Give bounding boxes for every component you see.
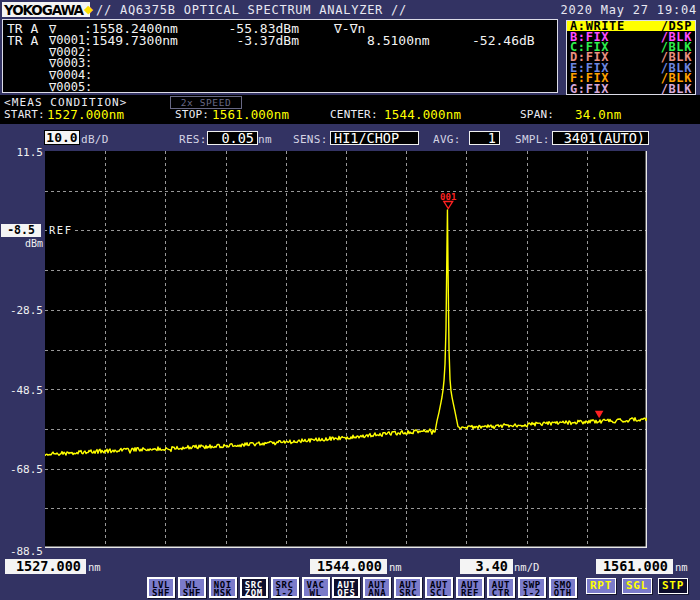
- softkey-aut-scl[interactable]: AUTSCL: [425, 577, 453, 598]
- softkey-label-line2: SCL: [430, 588, 448, 598]
- softkey-label-line2: SHF: [183, 588, 201, 598]
- level-scale-box[interactable]: 10.0: [44, 130, 80, 145]
- x-stop-unit: nm: [675, 561, 688, 573]
- x-center-box[interactable]: 1544.000: [310, 559, 387, 574]
- trace-status-panel: A:WRITE/DSP B:FIX/BLK C:FIX/BLK D:FIX/BL…: [566, 20, 696, 95]
- stop-value[interactable]: 1561.000nm: [212, 107, 289, 122]
- softkey-label-line2: OTH: [554, 588, 572, 598]
- softkey-label-line2: 1-2: [523, 588, 541, 598]
- x-stop-box[interactable]: 1561.000: [596, 559, 673, 574]
- res-box[interactable]: 0.05: [207, 131, 258, 145]
- softkey-swp-1-2[interactable]: SWP1-2: [518, 577, 546, 598]
- softkey-label-line2: 1-2: [276, 588, 294, 598]
- softkey-label-line2: SRC: [399, 588, 417, 598]
- softkey-label-line2: ZOM: [245, 588, 263, 598]
- x-per-div-box[interactable]: 3.40: [460, 559, 513, 574]
- x-per-div-unit: nm/D: [514, 561, 539, 573]
- smpl-label: SMPL:: [515, 133, 550, 146]
- softkey-label-line2: ANA: [368, 588, 386, 598]
- svg-text:001: 001: [440, 192, 456, 202]
- span-label: SPAN:: [520, 108, 554, 121]
- y-label-top: 11.5: [0, 146, 43, 159]
- span-value[interactable]: 34.0nm: [575, 107, 621, 122]
- softkey-label-line2: OFS: [337, 588, 355, 598]
- delta-label: ∇-∇n: [334, 23, 365, 34]
- sweep-stop-button[interactable]: STP: [658, 578, 688, 594]
- spectrum-plot[interactable]: REF001: [45, 151, 647, 548]
- sens-label: SENS:: [293, 133, 328, 146]
- trace-row-g[interactable]: G:FIX/BLK: [567, 84, 695, 94]
- marker-readout-panel: TR A ∇ :1558.2400nm -55.83dBm ∇-∇n TR A …: [2, 19, 558, 93]
- ref-level-box[interactable]: -8.5: [1, 224, 41, 237]
- softkey-label-line2: WL: [309, 588, 321, 598]
- level-scale-unit: dB/D: [81, 133, 109, 146]
- trace-mode: /BLK: [661, 84, 692, 94]
- y-axis-unit: dBm: [0, 238, 43, 249]
- x-start-unit: nm: [88, 561, 101, 573]
- x-start-box[interactable]: 1527.000: [5, 559, 86, 574]
- softkey-lvl-shf[interactable]: LVLSHF: [147, 577, 175, 598]
- res-label: RES:: [179, 133, 207, 146]
- y-label-5: -88.5: [0, 545, 43, 558]
- softkey-wl-shf[interactable]: WLSHF: [178, 577, 206, 598]
- svg-text:REF: REF: [49, 224, 72, 236]
- smpl-box[interactable]: 3401(AUTO): [552, 131, 649, 145]
- avg-label: AVG:: [433, 133, 461, 146]
- softkey-src-1-2[interactable]: SRC1-2: [271, 577, 299, 598]
- y-label-2: -28.5: [0, 304, 43, 317]
- softkey-label-line2: CTR: [492, 588, 510, 598]
- softkey-aut-ofs[interactable]: AUTOFS: [332, 577, 360, 598]
- marker-row: ∇0005:: [3, 81, 557, 93]
- softkey-label-line2: SHF: [152, 588, 170, 598]
- softkey-aut-ctr[interactable]: AUTCTR: [487, 577, 515, 598]
- window-title: // AQ6375B OPTICAL SPECTRUM ANALYZER //: [96, 3, 407, 17]
- center-value[interactable]: 1544.000nm: [384, 107, 461, 122]
- stop-label: STOP:: [175, 108, 209, 121]
- logo-text: YOKOGAWA: [2, 2, 83, 18]
- softkey-src-zom[interactable]: SRCZOM: [240, 577, 268, 598]
- softkey-aut-ref[interactable]: AUTREF: [456, 577, 484, 598]
- datetime: 2020 May 27 19:04: [561, 3, 697, 17]
- sweep-repeat-button[interactable]: RPT: [586, 578, 616, 594]
- y-label-3: -48.5: [0, 384, 43, 397]
- delta-wavelength: 8.5100nm: [367, 35, 430, 46]
- yokogawa-logo: YOKOGAWA ◆: [2, 2, 90, 17]
- x-center-unit: nm: [389, 561, 402, 573]
- sweep-single-button[interactable]: SGL: [622, 578, 652, 594]
- softkey-smo-oth[interactable]: SMOOTH: [549, 577, 577, 598]
- spectrum-plot-svg: REF001: [45, 151, 647, 548]
- softkey-aut-ana[interactable]: AUTANA: [363, 577, 391, 598]
- softkey-aut-src[interactable]: AUTSRC: [394, 577, 422, 598]
- osa-screen: YOKOGAWA ◆ // AQ6375B OPTICAL SPECTRUM A…: [0, 0, 700, 600]
- start-value[interactable]: 1527.000nm: [47, 107, 124, 122]
- res-unit: nm: [258, 133, 272, 146]
- marker-id: ∇0005:: [49, 82, 92, 93]
- delta-level: -52.46dB: [472, 35, 535, 46]
- softkey-label-line2: MSK: [214, 588, 232, 598]
- trace-name: G:FIX: [570, 84, 609, 94]
- softkey-vac-wl[interactable]: VACWL: [302, 577, 330, 598]
- meas-condition-bar: <MEAS CONDITION> 2x SPEED START: 1527.00…: [0, 95, 700, 124]
- softkey-noi-msk[interactable]: NOIMSK: [209, 577, 237, 598]
- y-label-4: -68.5: [0, 463, 43, 476]
- trace-id: TR A: [7, 35, 38, 46]
- softkey-label-line2: REF: [461, 588, 479, 598]
- start-label: START:: [4, 108, 45, 121]
- sens-box[interactable]: HI1/CHOP: [330, 131, 419, 145]
- logo-diamond-icon: ◆: [84, 2, 93, 17]
- marker-level: -3.37dBm: [163, 35, 299, 46]
- center-label: CENTER:: [330, 108, 378, 121]
- avg-box[interactable]: 1: [469, 131, 500, 145]
